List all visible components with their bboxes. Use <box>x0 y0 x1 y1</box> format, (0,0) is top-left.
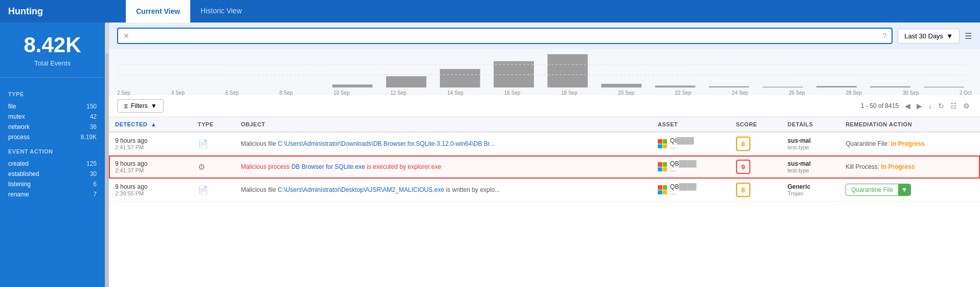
filters-label: Filters <box>131 102 148 109</box>
svg-rect-10 <box>655 85 696 87</box>
search-close-icon[interactable]: ✕ <box>123 32 129 40</box>
sidebar-scroll-thumb[interactable] <box>105 23 108 54</box>
search-input[interactable] <box>133 32 878 40</box>
filter-created[interactable]: created 125 <box>8 159 97 169</box>
asset-cell: QI████ — <box>652 132 730 156</box>
prev-page-button[interactable]: ◀ <box>903 101 912 111</box>
chart-labels: 2 Sep 4 Sep 6 Sep 8 Sep 10 Sep 12 Sep 14… <box>117 89 972 97</box>
chart-toggle-button[interactable]: ☷ <box>948 101 959 111</box>
asset-cell: QB████ — <box>652 179 730 202</box>
quarantine-btn-dropdown[interactable]: ▼ <box>898 184 910 195</box>
toolbar: ⧖ Filters ▼ 1 - 50 of 8415 ◀ ▶ ↓ ↻ ☷ ⚙ <box>109 95 980 117</box>
detected-cell: 9 hours ago 2:39:55 PM <box>109 179 192 202</box>
next-page-button[interactable]: ▶ <box>915 101 924 111</box>
windows-icon <box>658 162 667 171</box>
date-range-label: Last 30 Days <box>904 32 943 40</box>
total-events-label: Total Events <box>8 59 97 67</box>
top-nav: Hunting Current View Historic View <box>0 0 980 23</box>
col-details[interactable]: DETAILS <box>782 117 839 132</box>
events-table: DETECTED ▲ TYPE OBJECT ASSET SCORE DETAI… <box>109 117 980 202</box>
sidebar-scrollbar[interactable] <box>105 23 109 287</box>
filter-process[interactable]: process 8.19K <box>8 132 97 142</box>
stat-box: 8.42K Total Events <box>0 23 105 78</box>
download-button[interactable]: ↓ <box>926 101 934 111</box>
filters-button[interactable]: ⧖ Filters ▼ <box>117 99 164 113</box>
col-remediation[interactable]: REMEDIATION ACTION <box>839 117 980 132</box>
filter-rename[interactable]: rename 7 <box>8 189 97 200</box>
quarantine-button[interactable]: Quarantine File ▼ <box>845 184 911 196</box>
total-events-number: 8.42K <box>8 33 97 57</box>
detected-cell: 9 hours ago 2:41:37 PM <box>109 156 192 179</box>
menu-icon[interactable]: ☰ <box>965 31 972 41</box>
chart-area: 2 Sep 4 Sep 6 Sep 8 Sep 10 Sep 12 Sep 14… <box>109 49 980 95</box>
object-cell: Malicious file C:\Users\Administrator\De… <box>235 179 652 202</box>
date-range-selector[interactable]: Last 30 Days ▼ <box>898 29 960 43</box>
quarantine-btn-label[interactable]: Quarantine File <box>846 184 898 195</box>
object-cell: Malicious file C:\Users\Administrator\Do… <box>235 132 652 156</box>
action-cell: Quarantine File ▼ <box>839 179 980 202</box>
details-cell: sus-mal test-type <box>782 132 839 156</box>
windows-icon <box>658 139 667 148</box>
svg-rect-7 <box>494 61 534 87</box>
type-cell: ⚙ <box>192 156 235 179</box>
col-type[interactable]: TYPE <box>192 117 235 132</box>
svg-rect-8 <box>547 54 588 87</box>
score-badge: 8 <box>736 137 750 151</box>
tab-historic-view[interactable]: Historic View <box>190 0 252 23</box>
app-title: Hunting <box>8 6 110 17</box>
score-badge: 8 <box>736 183 750 197</box>
type-cell: 📄 <box>192 132 235 156</box>
details-cell: sus-mal test-type <box>782 156 839 179</box>
table-row[interactable]: 9 hours ago 2:41:37 PM ⚙ Malicious proce… <box>109 156 980 179</box>
score-cell: 8 <box>730 179 782 202</box>
content-area: ✕ ? Last 30 Days ▼ ☰ <box>109 23 980 287</box>
svg-rect-6 <box>440 69 480 87</box>
pagination-controls: ◀ ▶ ↓ ↻ ☷ ⚙ <box>903 101 972 111</box>
col-asset[interactable]: ASSET <box>652 117 730 132</box>
asset-cell: QB████ — <box>652 156 730 179</box>
col-detected[interactable]: DETECTED ▲ <box>109 117 192 132</box>
table-container: DETECTED ▲ TYPE OBJECT ASSET SCORE DETAI… <box>109 117 980 287</box>
gear-icon: ⚙ <box>198 163 205 171</box>
tab-current-view[interactable]: Current View <box>126 0 190 23</box>
table-row[interactable]: 9 hours ago 2:41:57 PM 📄 Malicious file … <box>109 132 980 156</box>
refresh-button[interactable]: ↻ <box>936 101 946 111</box>
settings-button[interactable]: ⚙ <box>961 101 972 111</box>
windows-icon <box>658 185 667 194</box>
detected-cell: 9 hours ago 2:41:57 PM <box>109 132 192 156</box>
score-cell: 9 <box>730 156 782 179</box>
table-header-row: DETECTED ▲ TYPE OBJECT ASSET SCORE DETAI… <box>109 117 980 132</box>
col-score[interactable]: SCORE <box>730 117 782 132</box>
filter-file[interactable]: file 150 <box>8 101 97 112</box>
filter-listening[interactable]: listening 6 <box>8 179 97 189</box>
search-help-icon[interactable]: ? <box>882 32 886 40</box>
search-box: ✕ ? <box>117 28 893 44</box>
pagination-text: 1 - 50 of 8415 <box>861 102 899 109</box>
filter-section: TYPE file 150 mutex 42 network 36 proce <box>0 78 105 287</box>
file-icon: 📄 <box>198 140 208 148</box>
chart-svg <box>117 54 972 87</box>
tab-bar: Current View Historic View <box>126 0 252 23</box>
action-cell: Kill Process: In Progress <box>839 156 980 179</box>
filter-dropdown-icon: ▼ <box>151 102 157 109</box>
col-object[interactable]: OBJECT <box>235 117 652 132</box>
main-body: 8.42K Total Events TYPE file 150 mutex 4… <box>0 23 980 287</box>
search-area: ✕ ? Last 30 Days ▼ ☰ <box>109 23 980 49</box>
filter-network[interactable]: network 36 <box>8 122 97 132</box>
svg-rect-15 <box>924 87 965 87</box>
svg-rect-12 <box>763 87 803 87</box>
table-row[interactable]: 9 hours ago 2:39:55 PM 📄 Malicious file … <box>109 179 980 202</box>
filter-established[interactable]: established 30 <box>8 169 97 179</box>
score-badge: 9 <box>736 160 750 174</box>
filter-mutex[interactable]: mutex 42 <box>8 112 97 122</box>
object-cell: Malicious process DB Browser for SQLite.… <box>235 156 652 179</box>
date-dropdown-icon: ▼ <box>946 32 953 40</box>
action-cell: Quarantine File: In Progress <box>839 132 980 156</box>
type-section-title: TYPE <box>8 91 97 97</box>
sidebar: 8.42K Total Events TYPE file 150 mutex 4… <box>0 23 105 287</box>
file-icon: 📄 <box>198 186 208 194</box>
pagination-info: 1 - 50 of 8415 ◀ ▶ ↓ ↻ ☷ ⚙ <box>861 101 972 111</box>
svg-rect-9 <box>602 84 642 87</box>
type-cell: 📄 <box>192 179 235 202</box>
score-cell: 8 <box>730 132 782 156</box>
